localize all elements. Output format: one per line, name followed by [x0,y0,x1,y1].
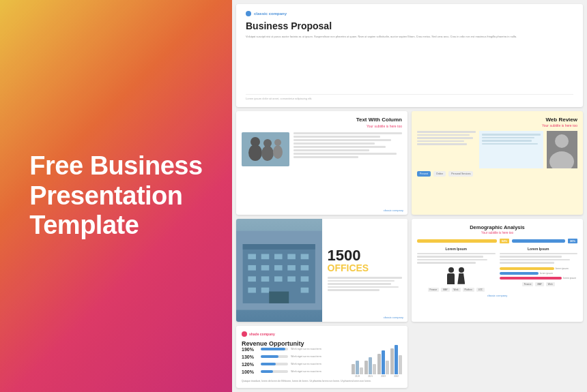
figure-female [457,267,465,284]
slide6-footer-text: Quisque tincidunt, lorem de lorem de Eth… [242,380,402,382]
svg-rect-22 [301,265,309,271]
slide3-footer: Present Online Personal Services [417,171,577,177]
hero-text: Free Business Presentation Template [29,151,202,241]
cbar-2a [364,361,368,374]
logo-circle [246,11,251,16]
company-logo: classic company [246,11,287,16]
slide3-badge-online: Online [433,171,446,177]
svg-rect-27 [301,276,309,282]
chart-year-3: 2023 [381,375,386,378]
slide4-number: 1500 [328,248,403,263]
slide5-title: Demographic Analysis [417,224,577,230]
slide5-logo: classic company [417,294,577,297]
chart-year-4: 2022 [394,375,399,378]
chart-group-3: 2023 [377,350,389,378]
slide5-content: Lorem Ipsum [417,247,577,292]
chart-year-2: 2121 [368,375,373,378]
slide3-person-image [547,131,577,168]
svg-rect-29 [261,287,270,292]
slide6-row-1: 190% Work niget sur ec nusci term [242,347,346,352]
slide6-bar-3 [261,363,288,365]
slide6-rows: 190% Work niget sur ec nusci term 130% W… [242,347,346,378]
svg-rect-17 [301,254,309,259]
slide6-logo-circle [242,331,247,337]
cbar-4c [399,355,402,374]
slide4-building-image [236,219,322,322]
slide5-col2-text [500,253,578,264]
chart-bars-4 [390,345,402,374]
cbar-3b [382,350,385,374]
slide-text-column: Text With Column Your subtitle is here t… [236,111,407,214]
slide6-title: Revenue Opportunity [242,340,402,347]
svg-point-4 [261,146,274,161]
slide5-tag3: Work [452,288,461,292]
slide3-badge-present: Present [417,171,431,177]
slide6-pct-4: 100% [242,370,258,374]
cbar-3c [386,361,389,374]
cbar-4a [390,348,394,374]
slide-revenue: shade company Revenue Opportunity 190% W… [236,326,407,388]
slide2-title: Text With Column [242,117,402,123]
slide3-quote [479,131,543,168]
slide3-badge-personal: Personal Services [448,171,473,177]
slide5-col2-tag2: MAF [535,282,543,286]
slide5-progress-bar: 64% 36% [417,239,577,243]
slide5-progress-bars: lorem ipsum lorem ipsum lorem ipsum [500,267,578,280]
svg-rect-19 [261,265,270,271]
slide6-pct-3: 120% [242,362,258,367]
slide5-icon-row: Finance MAF Work Platform LOC [417,288,496,292]
slide6-label-1: Work niget sur ec nusci term [291,348,346,350]
slide1-title: Business Proposal [246,20,573,32]
svg-rect-12 [243,244,315,250]
slide6-bar-chart: 2119 2121 2023 [352,347,402,378]
slide3-text [417,131,476,168]
slide-web-review: Web Review Your subtitle is here too [412,111,583,214]
slide5-col2-tag1: Finance [522,282,534,286]
slide-offices: 1500 Offices classic company [236,219,407,322]
chart-bars-2 [364,357,376,374]
svg-rect-16 [287,254,296,259]
slide5-subtitle: Your subtitle is here too [417,231,577,235]
hero-line3: Template [29,211,139,239]
people-svg [242,132,289,166]
slide5-col2-tag3: Work [546,282,555,286]
slide5-col1: Lorem Ipsum [417,247,496,292]
slide4-stats: 1500 Offices classic company [322,219,408,322]
slide6-row-3: 120% Work niget sur ec nusci term [242,362,346,367]
svg-rect-25 [274,276,283,282]
slide6-company-logo: shade company [242,331,275,337]
slide5-figures [417,267,496,284]
slide1-body: Volutpat suscipit nisi ut purus auctor l… [246,35,573,39]
cbar-4b [395,345,398,374]
chart-group-2: 2121 [364,357,376,378]
slide5-col2: Lorem Ipsum lorem ipsum lorem ipsum [500,247,578,286]
chart-bars-3 [377,350,389,374]
cbar-3a [377,354,381,374]
slide5-col2-title: Lorem Ipsum [500,247,578,251]
svg-point-8 [555,134,569,148]
slide6-label-3: Work niget sur ec nusci term [291,363,346,365]
slide6-bar-1 [261,348,288,350]
slide6-pct-2: 130% [242,355,258,359]
slides-grid: classic company Business Proposal Volutp… [232,0,587,392]
slide-demographic: Demographic Analysis Your subtitle is he… [412,219,583,322]
slide5-tag2: MAF [441,288,449,292]
figure-male [447,267,455,284]
slide6-row-4: 100% Work niget sur ec nusci term [242,370,346,374]
slide2-logo: classic company [384,209,403,212]
slide5-tag4: Platform [463,288,474,292]
hero-line1: Free Business [29,151,202,180]
slide4-logo: classic company [384,316,403,319]
svg-point-6 [273,145,283,159]
slide6-header: shade company [242,331,402,337]
slide6-company-name: shade company [249,332,275,336]
chart-bars-1 [352,361,363,374]
cbar-1a [352,364,355,374]
cbar-1c [360,367,363,374]
slide5-tag1: Finance [428,288,440,292]
slide6-bar-4 [261,370,288,373]
slide1-footer: Lorem ipsum dolor sit amet, consectetur … [246,94,573,100]
cbar-1b [356,361,359,374]
chart-group-1: 2119 [352,361,363,378]
svg-rect-21 [287,265,296,271]
